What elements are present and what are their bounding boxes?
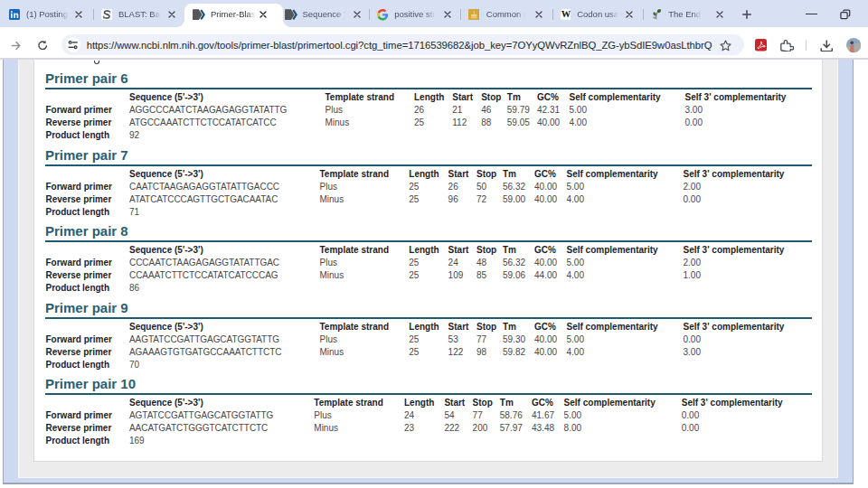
svg-text:W: W (561, 9, 571, 19)
